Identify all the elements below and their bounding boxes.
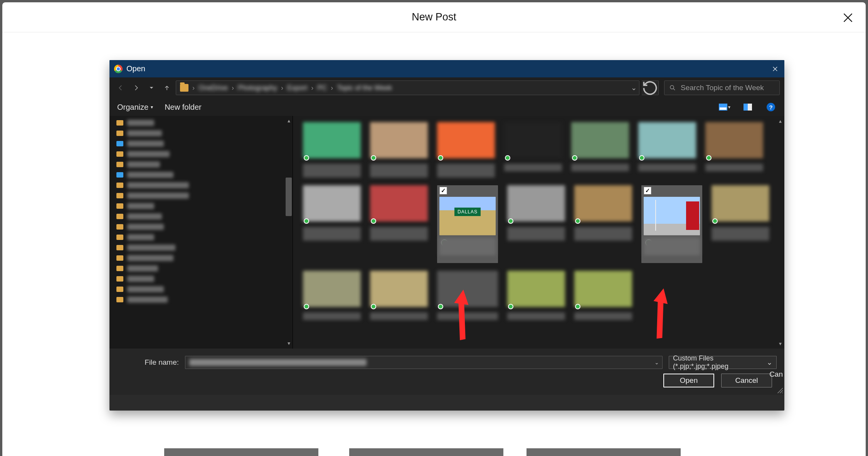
chrome-icon xyxy=(114,65,123,73)
sync-status-icon xyxy=(508,304,513,309)
folder-tree-item[interactable] xyxy=(116,182,286,188)
chevron-down-icon[interactable]: ⌄ xyxy=(631,84,637,92)
chevron-down-icon[interactable]: ⌄ xyxy=(654,359,659,365)
file-thumbnail-selected[interactable]: ✓ ✓ xyxy=(437,185,498,263)
folder-tree-item[interactable] xyxy=(116,161,286,168)
folder-tree-item[interactable] xyxy=(116,203,286,209)
sidebar-scrollbar-thumb[interactable] xyxy=(286,178,292,216)
file-thumbnail-selected[interactable]: ✓ ✓ xyxy=(641,185,702,263)
chevron-down-icon: ⌄ xyxy=(767,358,772,367)
scroll-down-icon[interactable]: ▾ xyxy=(286,340,292,346)
file-thumbnail[interactable] xyxy=(437,271,498,320)
new-folder-button[interactable]: New folder xyxy=(165,103,202,112)
address-breadcrumb[interactable]: › OneDrive › Photography › Export › PC ›… xyxy=(176,80,639,95)
folder-tree-item[interactable] xyxy=(116,193,286,199)
nav-recent-dropdown[interactable] xyxy=(145,81,158,94)
scroll-down-icon[interactable]: ▾ xyxy=(777,341,784,346)
thumbnail-caption xyxy=(644,238,700,255)
breadcrumb-segment[interactable]: PC xyxy=(317,84,327,92)
file-thumbnail[interactable] xyxy=(303,185,361,263)
file-thumbnail[interactable] xyxy=(370,185,428,263)
folder-tree-item[interactable] xyxy=(116,276,286,282)
close-icon[interactable] xyxy=(841,11,855,25)
view-mode-button[interactable]: ▾ xyxy=(719,101,730,113)
dialog-footer: File name: ⌄ Custom Files (*.pjp;*.jpg;*… xyxy=(109,349,784,395)
breadcrumb-segment[interactable]: OneDrive xyxy=(198,84,228,92)
sync-status-icon xyxy=(639,155,644,161)
sync-status-icon xyxy=(508,218,513,224)
sync-status-icon xyxy=(575,304,580,309)
scroll-up-icon[interactable]: ▴ xyxy=(286,117,292,124)
thumbnail-image xyxy=(644,197,700,235)
folder-tree-item[interactable] xyxy=(116,130,286,136)
sync-status-icon xyxy=(371,218,376,224)
file-thumbnail[interactable] xyxy=(705,122,763,178)
sync-status-icon xyxy=(304,155,309,161)
cancel-button[interactable]: Cancel xyxy=(721,374,772,387)
file-thumbnail[interactable] xyxy=(712,185,769,263)
folder-tree-item[interactable] xyxy=(116,265,286,272)
file-name-label: File name: xyxy=(133,358,179,367)
file-type-select[interactable]: Custom Files (*.pjp;*.jpg;*.pjpeg ⌄ xyxy=(669,356,777,369)
breadcrumb-segment[interactable]: Photography xyxy=(238,84,277,92)
folder-tree-sidebar[interactable]: ▴ xyxy=(109,116,293,349)
preview-pane-button[interactable] xyxy=(742,101,754,113)
file-thumbnail[interactable] xyxy=(507,271,565,320)
sync-status-icon xyxy=(304,304,309,309)
thumbnail-image xyxy=(439,197,496,235)
file-thumbnail[interactable] xyxy=(437,122,495,178)
search-icon xyxy=(669,84,676,91)
search-placeholder: Search Topic of the Week xyxy=(681,84,764,92)
file-thumbnail[interactable] xyxy=(574,271,632,320)
breadcrumb-segment[interactable]: Export xyxy=(287,84,307,92)
file-thumbnail[interactable] xyxy=(370,122,428,178)
open-button[interactable]: Open xyxy=(663,374,714,387)
breadcrumb-segment[interactable]: Topic of the Week xyxy=(337,84,392,92)
help-button[interactable]: ? xyxy=(765,101,777,113)
background-thumbnail xyxy=(527,448,681,456)
file-name-input[interactable]: ⌄ xyxy=(185,356,663,369)
svg-point-0 xyxy=(670,86,674,89)
cutoff-text: Can xyxy=(769,370,783,379)
folder-tree-item[interactable] xyxy=(116,255,286,261)
folder-tree-item[interactable] xyxy=(116,120,286,126)
organize-menu[interactable]: Organize ▾ xyxy=(117,103,153,112)
file-thumbnail[interactable] xyxy=(303,122,361,178)
refresh-button[interactable] xyxy=(642,80,659,95)
folder-tree-item[interactable] xyxy=(116,224,286,230)
file-thumbnail[interactable] xyxy=(504,122,562,178)
modal-header: New Post xyxy=(2,2,866,32)
folder-tree-item[interactable] xyxy=(116,245,286,251)
file-thumbnail[interactable] xyxy=(574,185,632,263)
scroll-up-icon[interactable]: ▴ xyxy=(777,118,784,124)
folder-tree-item[interactable] xyxy=(116,297,286,303)
new-post-modal: New Post Open › OneDrive xyxy=(2,2,866,456)
folder-tree-item[interactable] xyxy=(116,213,286,220)
folder-tree-item[interactable] xyxy=(116,172,286,178)
thumbnail-grid[interactable]: ▴ ▾ ✓ ✓ xyxy=(293,116,784,349)
svg-rect-2 xyxy=(720,107,727,110)
thumbnail-caption xyxy=(439,238,496,255)
folder-tree-item[interactable] xyxy=(116,151,286,157)
resize-grip-icon[interactable] xyxy=(776,386,783,393)
folder-tree-item[interactable] xyxy=(116,234,286,240)
file-thumbnail[interactable] xyxy=(638,122,696,178)
svg-rect-3 xyxy=(744,104,748,111)
dialog-close-button[interactable] xyxy=(766,60,784,77)
file-thumbnail[interactable] xyxy=(303,271,361,320)
checkbox-checked-icon[interactable]: ✓ xyxy=(644,187,651,194)
sync-status-icon xyxy=(572,155,577,161)
file-thumbnail[interactable] xyxy=(507,185,565,263)
file-thumbnail[interactable] xyxy=(370,271,428,320)
file-open-dialog: Open › OneDrive › Photography › Export ›… xyxy=(109,60,784,411)
nav-up-button[interactable] xyxy=(160,81,173,94)
checkbox-checked-icon[interactable]: ✓ xyxy=(439,187,447,194)
folder-tree-item[interactable] xyxy=(116,286,286,292)
nav-back-button[interactable] xyxy=(114,81,127,94)
dialog-titlebar: Open xyxy=(109,60,784,77)
folder-tree-item[interactable] xyxy=(116,141,286,147)
file-thumbnail[interactable] xyxy=(571,122,629,178)
dialog-toolbar: Organize ▾ New folder ▾ ? xyxy=(109,98,784,116)
nav-forward-button[interactable] xyxy=(130,81,143,94)
search-input[interactable]: Search Topic of the Week xyxy=(664,80,780,95)
